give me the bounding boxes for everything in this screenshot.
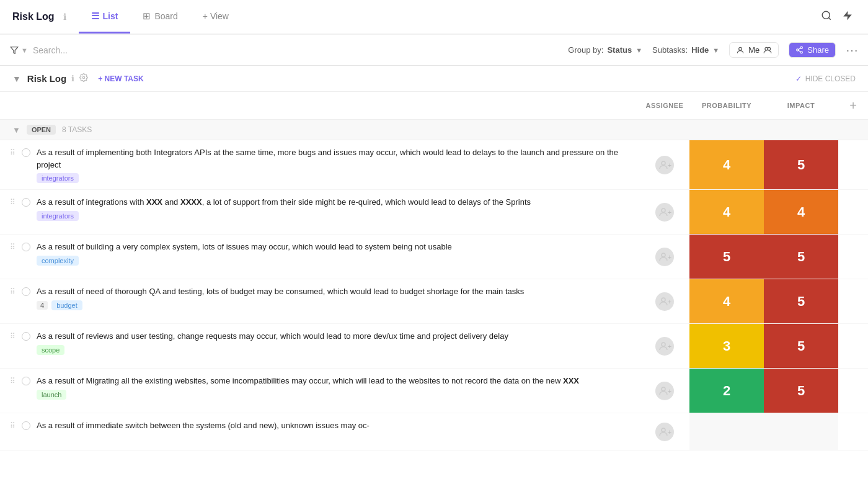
drag-handle[interactable]: ⠿ [10, 377, 16, 385]
avatar-1[interactable]: + [655, 156, 674, 174]
task-main-4: ⠿ As a result of need of thorough QA and… [0, 279, 640, 323]
hide-closed-button[interactable]: ✓ HIDE CLOSED [795, 74, 856, 83]
avatar-7[interactable]: + [655, 423, 674, 441]
add-view-button[interactable]: + View [190, 0, 241, 34]
me-group-control[interactable]: Me [729, 42, 779, 58]
task-tags-3: complexity [37, 256, 630, 266]
svg-point-8 [797, 49, 799, 51]
task-content-2: As a result of integrations with XXX and… [37, 196, 630, 221]
add-column-button[interactable]: + [843, 96, 863, 115]
column-headers: ASSIGNEE PROBABILITY IMPACT + [0, 92, 868, 120]
task-tags-5: scope [37, 345, 630, 355]
table-row: ⠿ As a result of Migrating all the exist… [0, 369, 868, 413]
filter-button[interactable]: ▼ [10, 46, 28, 55]
task-content-3: As a result of building a very complex s… [37, 241, 630, 266]
task-main-3: ⠿ As a result of building a very complex… [0, 235, 640, 279]
share-button[interactable]: Share [789, 42, 836, 58]
tab-list[interactable]: ☰ List [79, 0, 131, 34]
svg-point-18 [662, 387, 665, 391]
tab-bar: ☰ List ⊞ Board + View [79, 0, 241, 34]
subtasks-control: Subtasks: Hide ▼ [652, 45, 719, 55]
task-text-5: As a result of reviews and user testing,… [37, 330, 630, 343]
table-row: ⠿ As a result of immediate switch betwee… [0, 413, 868, 451]
task-checkbox-4[interactable] [22, 287, 30, 296]
task-checkbox-6[interactable] [22, 377, 30, 385]
task-right-cells-3: 5 5 [689, 235, 838, 279]
svg-point-17 [662, 343, 665, 346]
section-title: Risk Log [27, 73, 66, 84]
task-content-7: As a result of immediate switch between … [37, 419, 630, 434]
tab-board[interactable]: ⊞ Board [130, 0, 190, 34]
svg-line-10 [799, 50, 801, 52]
row-add-2 [838, 190, 868, 234]
task-right-cells-2: 4 4 [689, 190, 838, 234]
tag-complexity[interactable]: complexity [37, 256, 79, 266]
filter-chevron: ▼ [21, 47, 28, 54]
impact-col-header: IMPACT [764, 102, 838, 109]
avatar-5[interactable]: + [655, 337, 674, 356]
task-checkbox-1[interactable] [22, 148, 30, 157]
task-text-2: As a result of integrations with XXX and… [37, 196, 630, 209]
row-add-3 [838, 235, 868, 279]
task-text-1: As a result of implementing both Integra… [37, 146, 630, 171]
svg-point-14 [662, 209, 665, 212]
task-checkbox-7[interactable] [22, 421, 30, 430]
subtasks-chevron-icon[interactable]: ▼ [712, 47, 719, 54]
search-input[interactable]: Search... [33, 45, 568, 55]
avatar-2[interactable]: + [655, 203, 674, 222]
task-main-6: ⠿ As a result of Migrating all the exist… [0, 369, 640, 413]
section-header: ▼ Risk Log ℹ + NEW TASK ✓ HIDE CLOSED [0, 66, 868, 92]
probability-cell-4: 4 [689, 279, 764, 323]
add-col-header: + [838, 96, 868, 115]
group-by-control: Group by: Status ▼ [568, 45, 642, 55]
tag-integrators[interactable]: integrators [37, 173, 79, 183]
section-info-icon[interactable]: ℹ [71, 74, 74, 83]
drag-handle[interactable]: ⠿ [10, 287, 16, 296]
group-by-chevron-icon[interactable]: ▼ [636, 47, 642, 54]
task-checkbox-2[interactable] [22, 198, 30, 207]
tag-budget[interactable]: budget [51, 300, 82, 310]
tag-launch[interactable]: launch [37, 390, 66, 400]
task-content-1: As a result of implementing both Integra… [37, 146, 630, 183]
search-button[interactable] [818, 7, 835, 27]
avatar-4[interactable]: + [655, 292, 674, 311]
tag-integrators-2[interactable]: integrators [37, 211, 79, 221]
avatar-3[interactable]: + [655, 248, 674, 266]
task-checkbox-5[interactable] [22, 332, 30, 341]
group-collapse-button[interactable]: ▼ [12, 125, 20, 135]
new-task-button[interactable]: + NEW TASK [98, 74, 143, 83]
probability-cell-7 [689, 413, 764, 450]
lightning-button[interactable] [839, 7, 856, 27]
probability-value-1: 4 [689, 140, 764, 189]
section-settings-icon[interactable] [79, 73, 88, 84]
impact-cell-4: 5 [764, 279, 838, 323]
section-collapse-button[interactable]: ▼ [12, 74, 21, 84]
impact-value-2: 4 [764, 190, 838, 234]
probability-cell-6: 2 [689, 369, 764, 413]
assignee-col-header: ASSIGNEE [640, 102, 689, 109]
svg-marker-3 [11, 47, 18, 53]
task-text-7: As a result of immediate switch between … [37, 419, 630, 432]
drag-handle[interactable]: ⠿ [10, 148, 16, 157]
more-options-button[interactable]: ⋯ [846, 43, 858, 58]
probability-value-5: 3 [689, 324, 764, 368]
task-assignee-7: + [640, 413, 689, 450]
probability-value-3: 5 [689, 235, 764, 279]
title-info-icon[interactable]: ℹ [63, 12, 66, 22]
impact-cell-1: 5 [764, 140, 838, 189]
probability-value-7 [689, 413, 764, 450]
drag-handle[interactable]: ⠿ [10, 243, 16, 251]
drag-handle[interactable]: ⠿ [10, 198, 16, 207]
avatar-6[interactable]: + [655, 382, 674, 400]
tag-scope[interactable]: scope [37, 345, 64, 355]
impact-value-3: 5 [764, 235, 838, 279]
task-assignee-6: + [640, 369, 689, 413]
task-checkbox-3[interactable] [22, 243, 30, 251]
impact-cell-5: 5 [764, 324, 838, 368]
row-add-1 [838, 140, 868, 189]
toolbar: ▼ Search... Group by: Status ▼ Subtasks:… [0, 35, 868, 66]
drag-handle[interactable]: ⠿ [10, 421, 16, 430]
task-assignee-3: + [640, 235, 689, 279]
drag-handle[interactable]: ⠿ [10, 332, 16, 341]
probability-cell-2: 4 [689, 190, 764, 234]
